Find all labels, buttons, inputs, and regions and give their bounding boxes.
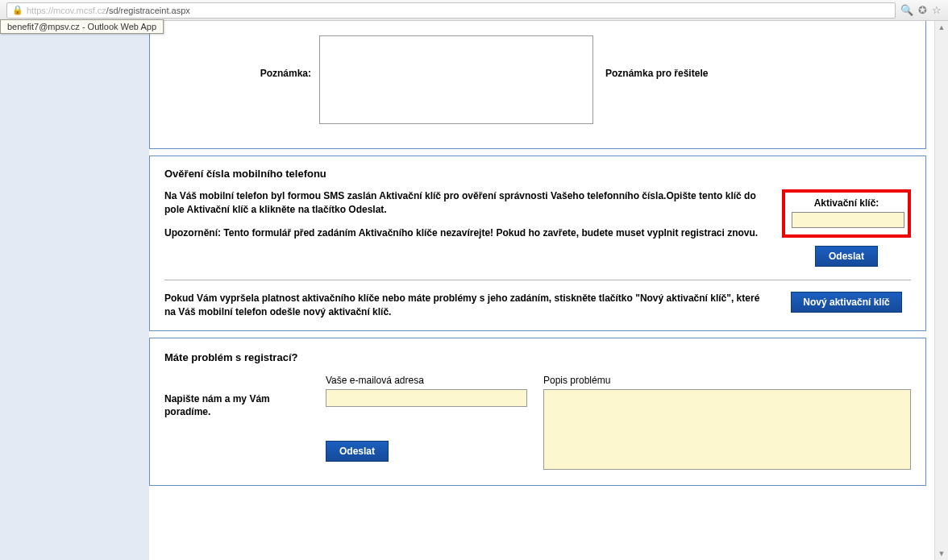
- send-activation-button[interactable]: Odeslat: [815, 246, 878, 267]
- notes-box: Poznámka: Poznámka pro řešitele: [149, 21, 926, 149]
- url-path: /sd/registraceint.aspx: [106, 6, 190, 15]
- favorite-icon[interactable]: ☆: [932, 4, 942, 16]
- zoom-icon[interactable]: 🔍: [900, 4, 913, 16]
- url-bar[interactable]: 🔒 https ://mcov.mcsf.cz /sd/registracein…: [6, 2, 896, 19]
- scroll-up-arrow-icon[interactable]: ▲: [935, 21, 948, 34]
- scroll-down-arrow-icon[interactable]: ▼: [935, 547, 948, 560]
- verify-para1: Na Váš mobilní telefon byl formou SMS za…: [164, 189, 770, 217]
- main-content: Poznámka: Poznámka pro řešitele Ověření …: [149, 21, 934, 560]
- url-scheme: https: [27, 6, 46, 15]
- scroll-track[interactable]: [935, 34, 948, 547]
- problem-heading: Máte problém s registrací?: [164, 351, 911, 363]
- verify-heading: Ověření čísla mobilního telefonu: [164, 168, 911, 180]
- activation-key-input[interactable]: [792, 212, 904, 228]
- verify-para2: Upozornění: Tento formulář před zadáním …: [164, 226, 770, 240]
- browser-address-bar-row: 🔒 https ://mcov.mcsf.cz /sd/registracein…: [0, 0, 948, 21]
- note-textarea[interactable]: [319, 35, 593, 124]
- bookmark-icon[interactable]: ✪: [918, 4, 927, 16]
- activation-key-highlight-box: Aktivační klíč:: [782, 189, 911, 238]
- email-label: Vaše e-mailová adresa: [326, 375, 527, 386]
- url-host: ://mcov.mcsf.cz: [46, 6, 106, 15]
- browser-right-icons: 🔍 ✪ ☆: [900, 4, 942, 16]
- new-key-text: Pokud Vám vypršela platnost aktivačního …: [164, 292, 770, 319]
- email-input[interactable]: [326, 389, 527, 407]
- phone-verification-box: Ověření čísla mobilního telefonu Na Váš …: [149, 156, 926, 331]
- send-problem-button[interactable]: Odeslat: [326, 441, 389, 462]
- divider: [164, 280, 911, 280]
- problem-help-text: Napište nám a my Vám poradíme.: [164, 375, 310, 420]
- left-sidebar-gutter: [0, 21, 149, 560]
- activation-key-label: Aktivační klíč:: [792, 197, 901, 209]
- vertical-scrollbar[interactable]: ▲ ▼: [934, 21, 948, 560]
- note-label-left: Poznámka:: [158, 35, 311, 79]
- note-label-right: Poznámka pro řešitele: [601, 35, 708, 79]
- tab-tooltip: benefit7@mpsv.cz - Outlook Web App: [0, 19, 164, 34]
- registration-problem-box: Máte problém s registrací? Napište nám a…: [149, 338, 926, 486]
- lock-icon: 🔒: [12, 5, 23, 15]
- new-activation-key-button[interactable]: Nový aktivační klíč: [791, 292, 901, 313]
- verify-instructions: Na Váš mobilní telefon byl formou SMS za…: [164, 189, 770, 267]
- problem-desc-label: Popis problému: [543, 375, 911, 386]
- problem-desc-textarea[interactable]: [543, 389, 911, 470]
